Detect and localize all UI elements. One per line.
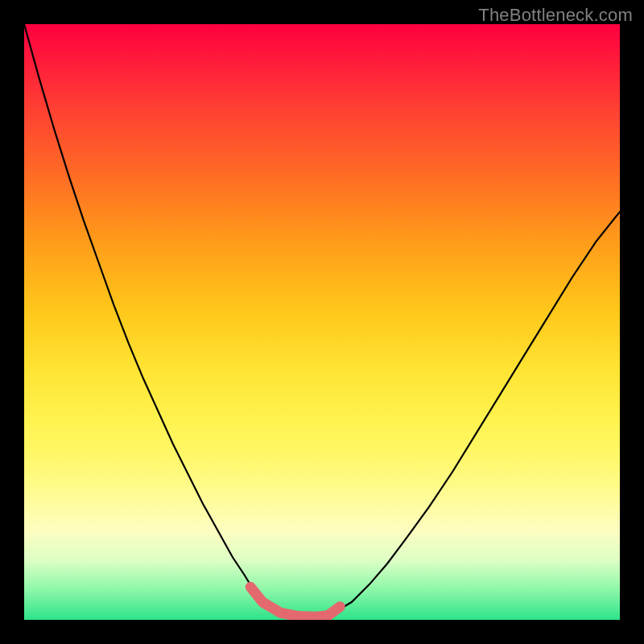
bottleneck-curve: [24, 24, 620, 617]
plot-area: [24, 24, 620, 620]
highlight-segment: [250, 587, 340, 617]
curve-svg-layer: [24, 24, 620, 620]
watermark-text: TheBottleneck.com: [478, 5, 633, 26]
chart-frame: TheBottleneck.com: [0, 0, 644, 644]
